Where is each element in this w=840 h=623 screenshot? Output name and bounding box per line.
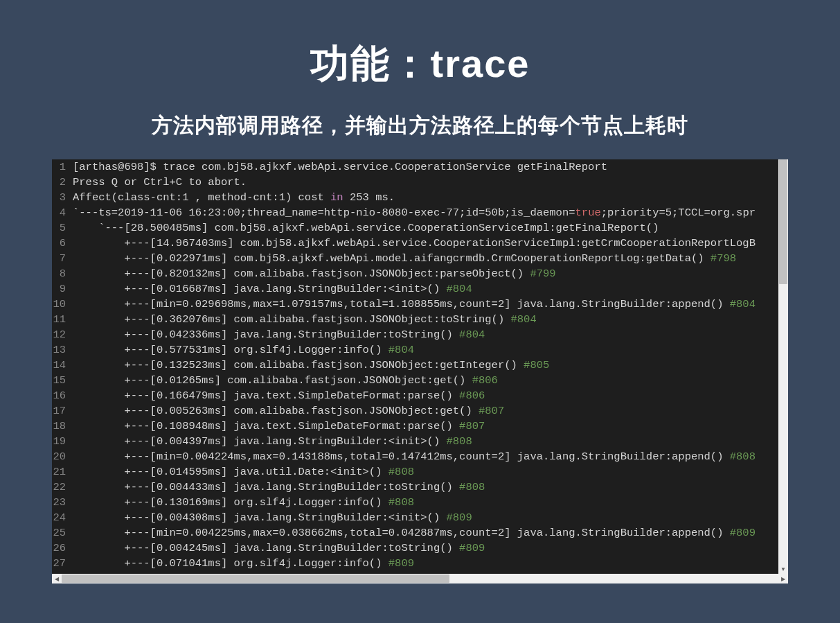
line-content: Affect(class-cnt:1 , method-cnt:1) cost … <box>73 190 778 205</box>
code-line: 27 +---[0.071041ms] org.slf4j.Logger:inf… <box>52 556 778 571</box>
line-content: +---[0.071041ms] org.slf4j.Logger:info()… <box>73 556 778 571</box>
line-number: 5 <box>52 220 73 236</box>
line-content: +---[min=0.004224ms,max=0.143188ms,total… <box>73 449 778 464</box>
line-content: +---[0.820132ms] com.alibaba.fastjson.JS… <box>73 266 778 281</box>
scroll-down-icon[interactable]: ▼ <box>778 564 788 574</box>
line-content: +---[0.022971ms] com.bj58.ajkxf.webApi.m… <box>73 251 778 266</box>
line-content: +---[0.004433ms] java.lang.StringBuilder… <box>73 480 778 495</box>
line-number: 15 <box>52 373 73 388</box>
code-line: 18 +---[0.108948ms] java.text.SimpleDate… <box>52 419 778 434</box>
line-number: 26 <box>52 541 73 556</box>
line-number: 10 <box>52 297 73 312</box>
code-line: 26 +---[0.004245ms] java.lang.StringBuil… <box>52 541 778 556</box>
line-content: +---[0.014595ms] java.util.Date:<init>()… <box>73 464 778 480</box>
code-line: 10 +---[min=0.029698ms,max=1.079157ms,to… <box>52 297 778 312</box>
line-content: +---[0.004245ms] java.lang.StringBuilder… <box>73 541 778 556</box>
line-number: 19 <box>52 434 73 449</box>
line-number: 8 <box>52 266 73 281</box>
horizontal-scrollbar[interactable]: ◀ ▶ <box>52 574 788 583</box>
code-line: 16 +---[0.166479ms] java.text.SimpleDate… <box>52 388 778 403</box>
code-line: 21 +---[0.014595ms] java.util.Date:<init… <box>52 464 778 480</box>
line-content: +---[0.362076ms] com.alibaba.fastjson.JS… <box>73 312 778 327</box>
line-content: +---[0.016687ms] java.lang.StringBuilder… <box>73 281 778 297</box>
line-content: +---[0.005263ms] com.alibaba.fastjson.JS… <box>73 403 778 419</box>
code-line: 9 +---[0.016687ms] java.lang.StringBuild… <box>52 281 778 297</box>
terminal: 1[arthas@698]$ trace com.bj58.ajkxf.webA… <box>52 159 778 574</box>
line-number: 22 <box>52 480 73 495</box>
code-line: 1[arthas@698]$ trace com.bj58.ajkxf.webA… <box>52 159 778 175</box>
line-number: 9 <box>52 281 73 297</box>
line-content: +---[min=0.029698ms,max=1.079157ms,total… <box>73 297 778 312</box>
line-content: `---[28.500485ms] com.bj58.ajkxf.webApi.… <box>73 220 778 236</box>
line-number: 27 <box>52 556 73 571</box>
line-content: +---[0.166479ms] java.text.SimpleDateFor… <box>73 388 778 403</box>
vertical-scrollbar[interactable]: ▲ ▼ <box>778 159 788 574</box>
line-content: +---[0.130169ms] org.slf4j.Logger:info()… <box>73 495 778 510</box>
line-number: 1 <box>52 159 73 175</box>
line-number: 25 <box>52 525 73 541</box>
code-line: 2Press Q or Ctrl+C to abort. <box>52 175 778 190</box>
code-line: 23 +---[0.130169ms] org.slf4j.Logger:inf… <box>52 495 778 510</box>
slide-subtitle: 方法内部调用路径，并输出方法路径上的每个节点上耗时 <box>152 112 688 140</box>
line-content: +---[0.132523ms] com.alibaba.fastjson.JS… <box>73 358 778 373</box>
line-number: 16 <box>52 388 73 403</box>
code-line: 19 +---[0.004397ms] java.lang.StringBuil… <box>52 434 778 449</box>
horizontal-scroll-thumb[interactable] <box>62 574 449 583</box>
code-line: 6 +---[14.967403ms] com.bj58.ajkxf.webAp… <box>52 236 778 251</box>
terminal-container: 1[arthas@698]$ trace com.bj58.ajkxf.webA… <box>52 159 788 583</box>
line-content: +---[0.01265ms] com.alibaba.fastjson.JSO… <box>73 373 778 388</box>
code-line: 13 +---[0.577531ms] org.slf4j.Logger:inf… <box>52 342 778 358</box>
scroll-left-icon[interactable]: ◀ <box>52 574 62 583</box>
line-number: 18 <box>52 419 73 434</box>
code-line: 11 +---[0.362076ms] com.alibaba.fastjson… <box>52 312 778 327</box>
line-number: 17 <box>52 403 73 419</box>
code-line: 17 +---[0.005263ms] com.alibaba.fastjson… <box>52 403 778 419</box>
line-content: Press Q or Ctrl+C to abort. <box>73 175 778 190</box>
slide: 功能：trace 方法内部调用路径，并输出方法路径上的每个节点上耗时 1[art… <box>0 0 840 623</box>
line-content: +---[min=0.004225ms,max=0.038662ms,total… <box>73 525 778 541</box>
code-line: 20 +---[min=0.004224ms,max=0.143188ms,to… <box>52 449 778 464</box>
code-area: 1[arthas@698]$ trace com.bj58.ajkxf.webA… <box>52 159 778 574</box>
line-number: 12 <box>52 327 73 342</box>
code-line: 12 +---[0.042336ms] java.lang.StringBuil… <box>52 327 778 342</box>
line-number: 4 <box>52 205 73 220</box>
line-content: +---[14.967403ms] com.bj58.ajkxf.webApi.… <box>73 236 778 251</box>
line-number: 3 <box>52 190 73 205</box>
line-number: 20 <box>52 449 73 464</box>
code-line: 5 `---[28.500485ms] com.bj58.ajkxf.webAp… <box>52 220 778 236</box>
line-content: +---[0.108948ms] java.text.SimpleDateFor… <box>73 419 778 434</box>
slide-title: 功能：trace <box>310 38 530 91</box>
line-number: 13 <box>52 342 73 358</box>
code-line: 15 +---[0.01265ms] com.alibaba.fastjson.… <box>52 373 778 388</box>
code-line: 7 +---[0.022971ms] com.bj58.ajkxf.webApi… <box>52 251 778 266</box>
code-line: 8 +---[0.820132ms] com.alibaba.fastjson.… <box>52 266 778 281</box>
code-line: 4`---ts=2019-11-06 16:23:00;thread_name=… <box>52 205 778 220</box>
line-number: 24 <box>52 510 73 525</box>
line-number: 2 <box>52 175 73 190</box>
line-content: +---[0.042336ms] java.lang.StringBuilder… <box>73 327 778 342</box>
code-line: 3Affect(class-cnt:1 , method-cnt:1) cost… <box>52 190 778 205</box>
scroll-right-icon[interactable]: ▶ <box>778 574 788 583</box>
line-content: `---ts=2019-11-06 16:23:00;thread_name=h… <box>73 205 778 220</box>
code-line: 25 +---[min=0.004225ms,max=0.038662ms,to… <box>52 525 778 541</box>
line-content: +---[0.577531ms] org.slf4j.Logger:info()… <box>73 342 778 358</box>
code-line: 24 +---[0.004308ms] java.lang.StringBuil… <box>52 510 778 525</box>
line-content: +---[0.004397ms] java.lang.StringBuilder… <box>73 434 778 449</box>
line-number: 11 <box>52 312 73 327</box>
line-number: 23 <box>52 495 73 510</box>
code-line: 14 +---[0.132523ms] com.alibaba.fastjson… <box>52 358 778 373</box>
line-number: 7 <box>52 251 73 266</box>
vertical-scroll-thumb[interactable] <box>779 159 787 284</box>
line-number: 14 <box>52 358 73 373</box>
line-number: 21 <box>52 464 73 480</box>
line-content: [arthas@698]$ trace com.bj58.ajkxf.webAp… <box>73 159 778 175</box>
line-content: +---[0.004308ms] java.lang.StringBuilder… <box>73 510 778 525</box>
line-number: 6 <box>52 236 73 251</box>
code-line: 22 +---[0.004433ms] java.lang.StringBuil… <box>52 480 778 495</box>
